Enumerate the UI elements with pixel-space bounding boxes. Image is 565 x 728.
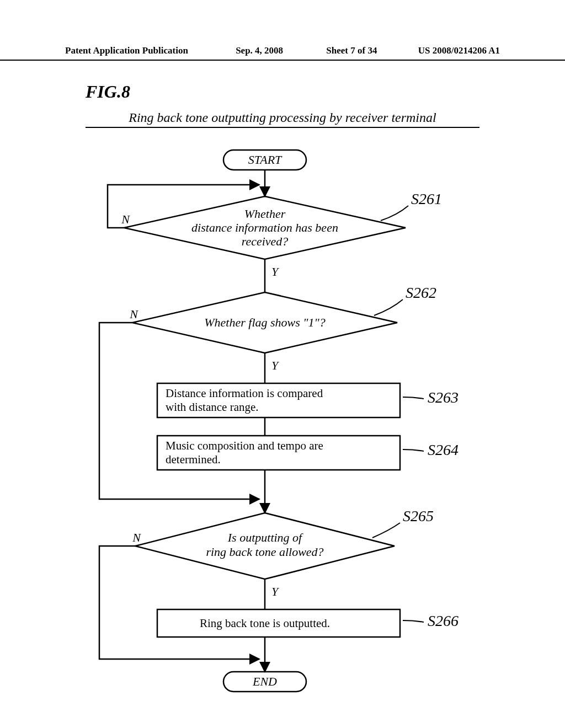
- s264-label: S264: [428, 441, 459, 458]
- process-s264: Music composition and tempo are determin…: [157, 436, 400, 470]
- s261-yes: Y: [271, 265, 280, 279]
- s266-label: S266: [428, 612, 459, 629]
- decision-s265: Is outputting of ring back tone allowed?: [135, 513, 395, 579]
- s265-no: N: [132, 531, 141, 544]
- flowchart: START Whether distance information has b…: [0, 0, 565, 728]
- flow-start-text: START: [248, 153, 282, 167]
- flow-start: START: [223, 150, 306, 170]
- s261-line2: distance information has been: [191, 221, 338, 234]
- flow-end: END: [223, 672, 306, 692]
- decision-s262: Whether flag shows "1"?: [132, 292, 397, 353]
- s261-no: N: [121, 212, 130, 226]
- s265-yes: Y: [271, 585, 280, 598]
- page: Patent Application Publication Sep. 4, 2…: [0, 0, 565, 728]
- s265-label: S265: [403, 507, 434, 524]
- s261-line3: received?: [242, 234, 289, 248]
- s265-line1: Is outputting of: [227, 531, 303, 544]
- s262-label: S262: [406, 284, 436, 301]
- s264-line2: determined.: [166, 453, 221, 466]
- s263-label: S263: [428, 389, 459, 406]
- s265-line2: ring back tone allowed?: [206, 545, 323, 559]
- s261-label: S261: [411, 190, 442, 207]
- process-s266: Ring back tone is outputted.: [157, 609, 400, 637]
- s263-line1: Distance information is compared: [166, 387, 323, 400]
- s261-line1: Whether: [244, 207, 286, 221]
- s266-line1: Ring back tone is outputted.: [200, 617, 330, 630]
- decision-s261: Whether distance information has been re…: [124, 196, 406, 259]
- process-s263: Distance information is compared with di…: [157, 383, 400, 417]
- s264-line1: Music composition and tempo are: [166, 439, 323, 452]
- s263-line2: with distance range.: [166, 400, 259, 414]
- s262-yes: Y: [271, 358, 280, 372]
- s262-no: N: [129, 307, 138, 321]
- s262-line1: Whether flag shows "1"?: [204, 315, 326, 329]
- flow-end-text: END: [252, 675, 277, 688]
